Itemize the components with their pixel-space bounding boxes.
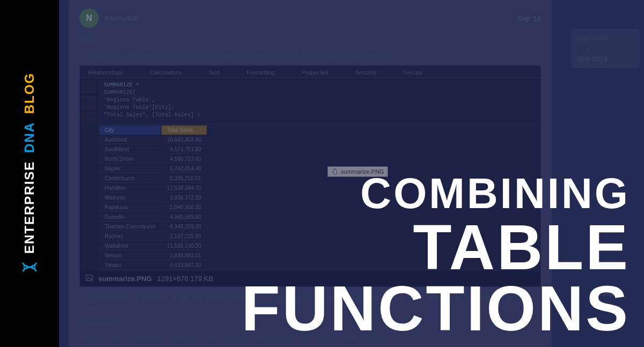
table-row: Dunedin4,980,589.60 xyxy=(99,213,207,222)
model-view-icon[interactable] xyxy=(83,113,96,124)
image-icon xyxy=(85,274,93,283)
headline-line-2: TABLE xyxy=(241,217,630,277)
column-header[interactable]: Total Sales xyxy=(162,125,207,135)
ribbon-tab[interactable]: Security xyxy=(355,69,377,76)
headline-line-3: FUNCTIONS xyxy=(241,278,630,338)
ribbon-tab[interactable]: Groups xyxy=(404,69,423,76)
headline-line-1: COMBINING xyxy=(241,173,630,214)
table-row: Auckland10,683,403.80 xyxy=(99,136,207,144)
caption-filename: summarize.PNG xyxy=(98,275,152,283)
table-row: Waitomo3,936,372.20 xyxy=(99,194,207,202)
username[interactable]: nalniu440 xyxy=(104,14,139,23)
ribbon-tab[interactable]: Calculations xyxy=(150,69,182,76)
table-row: North Shore4,690,723.60 xyxy=(99,155,207,164)
report-view-icon[interactable] xyxy=(83,80,96,92)
ribbon-tab[interactable]: Relationships xyxy=(87,69,123,76)
dna-icon xyxy=(21,259,38,275)
table-row: Southland4,571,751.60 xyxy=(99,145,207,154)
caption-dimensions: 1291×676 179 KB xyxy=(157,275,213,283)
table-row: Papakura2,048,308.30 xyxy=(99,203,207,212)
column-header[interactable]: City xyxy=(99,125,160,135)
timeline-bottom-date: Sep 2019 xyxy=(577,55,633,63)
table-row: Waitakere11,585,130.20 xyxy=(99,242,207,250)
table-row: Napier6,782,854.40 xyxy=(99,165,207,173)
timeline-top-date: Sep 2019 xyxy=(577,34,633,42)
brand-dna: DNA xyxy=(22,121,36,152)
main-panel: N nalniu440 Sep '19 Hello, I am watching… xyxy=(59,0,644,347)
table-row: Rodney2,197,215.60 xyxy=(99,232,207,241)
headline: COMBINING TABLE FUNCTIONS xyxy=(241,173,630,338)
table-row: Christchurch8,335,210.51 xyxy=(99,174,207,183)
brand-blog: BLOG xyxy=(22,72,36,113)
root: ENTERPRISE DNA BLOG N nalniu440 Sep '19 … xyxy=(0,0,644,347)
avatar[interactable]: N xyxy=(79,9,99,28)
ribbon-tab[interactable]: Sort xyxy=(209,69,219,76)
timeline-scrubber[interactable]: Sep 2019 1 / 5 Sep 2019 xyxy=(571,29,640,68)
table-row: Timaru4,533,847.20 xyxy=(99,261,207,270)
table-row: Nelson3,839,883.01 xyxy=(99,252,207,260)
post-date[interactable]: Sep '19 xyxy=(517,14,541,23)
post-greeting: Hello, xyxy=(79,35,541,44)
formula-bar[interactable]: SUMMARIZE = SUMMARIZE( 'Regions Table', … xyxy=(98,78,540,124)
table-row: Thames-Coromandel8,348,289.80 xyxy=(99,223,207,231)
table-row: Hamilton12,539,394.70 xyxy=(99,184,207,193)
post-intro: I am watching the tutorial about using t… xyxy=(79,51,541,60)
brand-enterprise: ENTERPRISE xyxy=(22,160,36,253)
ribbon-tab[interactable]: Properties xyxy=(302,69,328,76)
data-view-icon[interactable] xyxy=(83,97,96,108)
ribbon-tabs: Relationships Calculations Sort Formatti… xyxy=(80,66,540,78)
model-view-rail xyxy=(80,78,98,124)
brand-sidebar: ENTERPRISE DNA BLOG xyxy=(0,0,59,347)
timeline-counter: 1 / 5 xyxy=(577,46,633,55)
result-table: City Total Sales Auckland10,683,403.80 S… xyxy=(98,124,208,271)
ribbon-tab[interactable]: Formatting xyxy=(246,69,275,76)
